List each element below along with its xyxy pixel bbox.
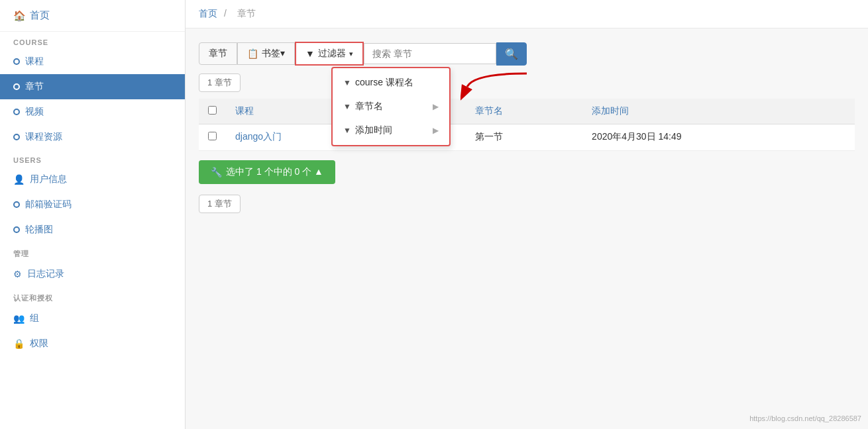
arrow-icon-2: ▶ — [433, 126, 439, 135]
sidebar-item-course-resource[interactable]: 课程资源 — [0, 124, 185, 150]
td-time: 2020年4月30日 14:49 — [582, 124, 855, 151]
group-icon: 👥 — [13, 313, 25, 324]
sidebar-home[interactable]: 🏠 首页 — [0, 0, 185, 32]
action-bar: 🔧 选中了 1 个中的 0 个 ▲ — [199, 160, 855, 184]
arrow-icon: ▶ — [433, 102, 439, 111]
users-icon: 👤 — [13, 174, 25, 185]
filter-item-time[interactable]: ▼添加时间 ▶ — [333, 119, 449, 142]
sidebar-item-group-label: 组 — [30, 312, 39, 324]
count-badge-bottom: 1 章节 — [199, 195, 241, 213]
action-button[interactable]: 🔧 选中了 1 个中的 0 个 ▲ — [199, 160, 335, 184]
sidebar-item-user-info-label: 用户信息 — [30, 173, 67, 185]
search-input[interactable] — [364, 43, 496, 64]
sidebar-item-user-info[interactable]: 👤 用户信息 — [0, 167, 185, 192]
toolbar: 章节 📋 书签▾ ▼ 过滤器 ▾ 🔍 ▼course 课程名 ▼章节名 — [199, 42, 855, 66]
search-button[interactable]: 🔍 — [496, 42, 527, 66]
sidebar-item-log[interactable]: ⚙ 日志记录 — [0, 262, 185, 287]
sidebar-item-email-verify-label: 邮箱验证码 — [25, 199, 72, 211]
filter-icon: ▼ — [305, 48, 315, 59]
breadcrumb: 首页 / 章节 — [186, 0, 868, 28]
filter-funnel-icon-2: ▼ — [343, 102, 351, 111]
bookmark-icon: 📋 — [247, 48, 258, 59]
sidebar-item-permission-label: 权限 — [30, 338, 48, 350]
gear-icon: ⚙ — [13, 269, 22, 279]
main-content: 首页 / 章节 章节 📋 书签▾ ▼ 过滤器 ▾ 🔍 ▼course — [186, 0, 868, 429]
filter-item-chapter-label: 章节名 — [355, 101, 383, 111]
breadcrumb-separator: / — [224, 8, 227, 19]
table-header-row: 课程 章节名 添加时间 — [199, 99, 855, 124]
th-time[interactable]: 添加时间 — [582, 99, 855, 124]
sidebar-item-permission[interactable]: 🔒 权限 — [0, 331, 185, 356]
td-chapter: 第一节 — [466, 124, 582, 151]
filter-funnel-icon: ▼ — [343, 78, 351, 87]
dot-icon — [13, 134, 20, 140]
wrench-icon: 🔧 — [211, 167, 222, 177]
home-label: 首页 — [30, 9, 50, 22]
bookmark-button[interactable]: 📋 书签▾ — [237, 42, 295, 65]
filter-button[interactable]: ▼ 过滤器 ▾ — [295, 42, 364, 66]
filter-item-chapter[interactable]: ▼章节名 ▶ — [333, 95, 449, 119]
section-auth-title: 认证和授权 — [0, 287, 185, 306]
sidebar-item-chapter[interactable]: 章节 — [0, 74, 185, 99]
dot-icon — [13, 201, 20, 208]
course-link[interactable]: django入门 — [235, 131, 282, 142]
row-checkbox[interactable] — [208, 132, 217, 140]
sidebar-item-course-label: 课程 — [25, 56, 44, 68]
search-icon: 🔍 — [505, 48, 518, 60]
data-table: 课程 章节名 添加时间 django入门 ℹ 第 — [199, 99, 855, 151]
filter-item-time-label: 添加时间 — [355, 124, 392, 135]
sidebar-item-course-resource-label: 课程资源 — [25, 131, 62, 143]
dot-icon — [13, 83, 20, 90]
sidebar-item-banner-label: 轮播图 — [25, 224, 53, 236]
sidebar-item-video[interactable]: 视频 — [0, 99, 185, 124]
breadcrumb-current: 章节 — [237, 8, 256, 19]
breadcrumb-home[interactable]: 首页 — [199, 8, 217, 19]
home-link[interactable]: 🏠 首页 — [13, 9, 172, 22]
filter-chevron: ▾ — [349, 50, 353, 58]
filter-label: 过滤器 — [318, 48, 346, 60]
section-course-title: COURSE — [0, 32, 185, 49]
dot-icon — [13, 58, 20, 65]
sidebar-item-chapter-label: 章节 — [25, 81, 44, 93]
filter-item-course[interactable]: ▼course 课程名 — [333, 71, 449, 95]
filter-funnel-icon-3: ▼ — [343, 126, 351, 135]
filter-item-course-label: course 课程名 — [355, 77, 413, 87]
dot-icon — [13, 226, 20, 233]
watermark: https://blog.csdn.net/qq_28286587 — [749, 414, 861, 422]
content-area: 章节 📋 书签▾ ▼ 过滤器 ▾ 🔍 ▼course 课程名 ▼章节名 — [186, 28, 868, 233]
dot-icon — [13, 109, 20, 115]
th-chapter[interactable]: 章节名 — [466, 99, 582, 124]
select-all-checkbox[interactable] — [208, 106, 217, 115]
lock-icon: 🔒 — [13, 338, 25, 349]
chapter-button[interactable]: 章节 — [199, 42, 237, 65]
sidebar-item-log-label: 日志记录 — [27, 268, 64, 280]
section-manage-title: 管理 — [0, 242, 185, 262]
sidebar-item-video-label: 视频 — [25, 106, 44, 118]
sidebar-item-banner[interactable]: 轮播图 — [0, 217, 185, 242]
section-users-title: USERS — [0, 150, 185, 167]
bookmark-label: 书签▾ — [262, 48, 285, 60]
count-badge-top: 1 章节 — [199, 73, 241, 92]
th-checkbox — [199, 99, 226, 124]
table-row: django入门 ℹ 第一节 2020年4月30日 14:49 — [199, 124, 855, 151]
sidebar-item-course[interactable]: 课程 — [0, 49, 185, 74]
filter-dropdown: ▼course 课程名 ▼章节名 ▶ ▼添加时间 ▶ — [331, 67, 451, 146]
td-checkbox — [199, 124, 226, 151]
sidebar: 🏠 首页 COURSE 课程 章节 视频 课程资源 USERS 👤 用户信息 邮… — [0, 0, 186, 429]
sidebar-item-email-verify[interactable]: 邮箱验证码 — [0, 192, 185, 217]
action-label: 选中了 1 个中的 0 个 ▲ — [226, 166, 323, 178]
sidebar-item-group[interactable]: 👥 组 — [0, 306, 185, 331]
home-icon: 🏠 — [13, 10, 26, 22]
